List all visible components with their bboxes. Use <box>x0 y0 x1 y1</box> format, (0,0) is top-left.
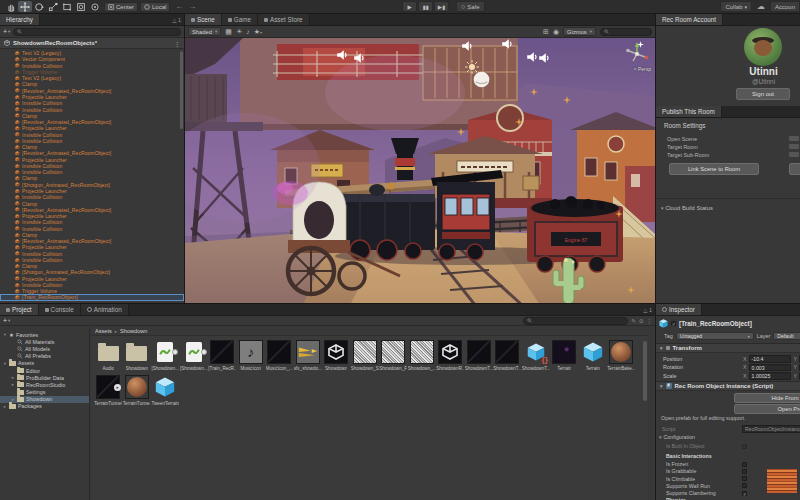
asset-item[interactable]: Showdown <box>123 340 152 371</box>
scene-search-input[interactable] <box>600 28 652 36</box>
hierarchy-item[interactable]: Trigger Volume <box>0 69 184 75</box>
tab-console[interactable]: Console <box>39 304 81 315</box>
speaker-gizmo-icon[interactable] <box>526 51 538 63</box>
tab-rec-room-account[interactable]: Rec Room Account <box>656 14 723 25</box>
rotate-tool-icon[interactable] <box>32 1 46 12</box>
asset-item[interactable]: ShowdownR... <box>436 340 465 371</box>
scene-orientation-gizmo[interactable] <box>624 40 650 66</box>
tree-item-all-materials[interactable]: All Materials <box>0 338 89 345</box>
asset-item[interactable]: Showdown_F... <box>379 340 408 371</box>
asset-item[interactable]: Audio <box>94 340 123 371</box>
asset-item[interactable]: TerrainBake... <box>607 340 636 371</box>
hidden-objects-icon[interactable]: ⊞ <box>543 28 549 35</box>
tree-item-probuilder-data[interactable]: ▸ProBuilder Data <box>0 374 89 381</box>
space-toggle-button[interactable]: Local <box>140 2 170 12</box>
layer-dropdown[interactable]: Default <box>773 332 800 340</box>
asset-item[interactable]: MusicIcon_... <box>265 340 294 371</box>
hierarchy-scene-root[interactable]: ShowdownRecRoomObjects* ⋮ <box>0 38 184 49</box>
shading-mode-dropdown[interactable]: Shaded▾ <box>188 27 221 36</box>
cloud-build-status-foldout[interactable]: ▾ Cloud Build Status <box>661 205 713 211</box>
rotation-x-field[interactable]: 0.003 <box>749 364 791 372</box>
tree-item-settings[interactable]: Settings <box>0 389 89 396</box>
asset-item[interactable]: ShowdownT... <box>465 340 494 371</box>
play-button[interactable]: ▶ <box>402 1 417 12</box>
tree-item-assets[interactable]: ▾Assets <box>0 360 89 367</box>
asset-item[interactable]: sfx_showdo... <box>294 340 323 371</box>
toggle-2d-icon[interactable]: ▦ <box>225 28 232 35</box>
camera-settings-icon[interactable]: ◉ <box>553 28 559 35</box>
tab-animation[interactable]: Animation <box>81 304 129 315</box>
toggle-checkbox[interactable] <box>742 476 747 481</box>
project-search-input[interactable] <box>523 317 628 325</box>
asset-item[interactable]: Showdown_... <box>408 340 437 371</box>
asset-item[interactable]: [Showdown... <box>151 340 180 371</box>
tree-item-favorites[interactable]: ▾★Favorites <box>0 331 89 338</box>
open-prefab-button[interactable]: Open Prefab <box>734 404 800 414</box>
tab-project[interactable]: Project <box>0 304 39 315</box>
is-built-in-checkbox[interactable] <box>742 444 747 449</box>
link-scene-to-room-button[interactable]: Link Scene to Room <box>669 163 759 175</box>
asset-item[interactable]: Showdown_S... <box>351 340 380 371</box>
redo-arrow-icon[interactable]: → <box>188 2 196 11</box>
foldout-arrow-icon[interactable]: ▾ <box>3 361 7 366</box>
tree-item-recroomstudio[interactable]: ▸RecRoomStudio <box>0 381 89 388</box>
sign-out-button[interactable]: Sign out <box>736 88 790 100</box>
rect-tool-icon[interactable] <box>60 1 74 12</box>
undo-arrow-icon[interactable]: ← <box>175 2 183 11</box>
rec-room-object-instance-header[interactable]: ▾#Rec Room Object Instance (Script) <box>656 381 800 391</box>
toggle-checkbox[interactable] <box>742 469 747 474</box>
gizmos-dropdown[interactable]: Gizmos▾ <box>563 27 596 36</box>
pause-button[interactable]: ▮▮ <box>418 1 433 12</box>
tree-item-all-models[interactable]: All Models <box>0 345 89 352</box>
foldout-arrow-icon[interactable]: ▾ <box>3 332 7 337</box>
transform-tool-icon[interactable] <box>74 1 88 12</box>
foldout-arrow-icon[interactable]: ▸ <box>11 375 15 380</box>
tab-asset-store[interactable]: Asset Store <box>258 14 310 25</box>
scene-lighting-icon[interactable]: ☀ <box>236 28 242 35</box>
target-room-value-field[interactable] <box>789 144 799 149</box>
speaker-gizmo-icon[interactable] <box>336 49 348 61</box>
tree-item-packages[interactable]: ▸Packages <box>0 403 89 410</box>
tree-item-editor[interactable]: Editor <box>0 367 89 374</box>
foldout-arrow-icon[interactable]: ▸ <box>11 382 15 387</box>
tree-item-showdown[interactable]: ▸Showdown <box>0 396 89 403</box>
asset-item[interactable]: Terrain <box>550 340 579 371</box>
speaker-gizmo-icon[interactable] <box>538 52 550 64</box>
secondary-link-button[interactable] <box>789 163 800 175</box>
speaker-gizmo-icon[interactable] <box>353 52 365 64</box>
cloud-icon[interactable]: ☁ <box>757 2 765 11</box>
hierarchy-scrollbar[interactable] <box>180 51 183 129</box>
scene-effects-icon[interactable]: ★▾ <box>254 28 262 35</box>
asset-item[interactable]: [Train_RecR... <box>208 340 237 371</box>
foldout-arrow-icon[interactable]: ▸ <box>3 404 7 409</box>
target-sub-room-value-field[interactable] <box>789 152 799 157</box>
project-options-icon[interactable]: ⋮ <box>647 318 653 324</box>
asset-item[interactable]: {}ShowdownT... <box>522 340 551 371</box>
position-x-field[interactable]: -10.4 <box>749 355 791 363</box>
scene-audio-icon[interactable]: ♪ <box>246 28 250 35</box>
tree-item-all-prefabs[interactable]: All Prefabs <box>0 353 89 360</box>
asset-item[interactable]: Terrain <box>579 340 608 371</box>
asset-item[interactable]: TweenTerrain <box>151 375 180 406</box>
sphere-gizmo[interactable] <box>473 71 490 88</box>
asset-item[interactable]: ▸TerrainTunnel <box>94 375 123 406</box>
scale-x-field[interactable]: 1.00025 <box>749 372 791 380</box>
hand-tool-icon[interactable] <box>4 1 18 12</box>
pivot-toggle-button[interactable]: Center <box>104 2 138 12</box>
asset-item[interactable]: Showdown <box>322 340 351 371</box>
asset-item[interactable]: ♪MusicIcon <box>237 340 266 371</box>
custom-tool-icon[interactable] <box>88 1 102 12</box>
tab-game[interactable]: Game <box>222 14 258 25</box>
hierarchy-search-input[interactable] <box>13 28 181 36</box>
tab-inspector[interactable]: Inspector <box>656 304 702 315</box>
account-button[interactable]: Accoun <box>770 1 800 12</box>
search-by-label-icon[interactable]: ⊙ <box>639 318 644 324</box>
scene-options-icon[interactable]: ⋮ <box>174 40 180 47</box>
asset-item[interactable]: TerrainTunne... <box>123 375 152 406</box>
toggle-checkbox[interactable] <box>742 462 747 467</box>
active-checkbox[interactable]: ✓ <box>671 321 676 326</box>
hierarchy-item[interactable]: [Train_RecRoomObject] <box>0 294 184 300</box>
search-by-type-icon[interactable]: ✎ <box>631 318 636 324</box>
transform-component-header[interactable]: ▾Transform <box>656 343 800 353</box>
toggle-checkbox[interactable] <box>742 483 747 488</box>
